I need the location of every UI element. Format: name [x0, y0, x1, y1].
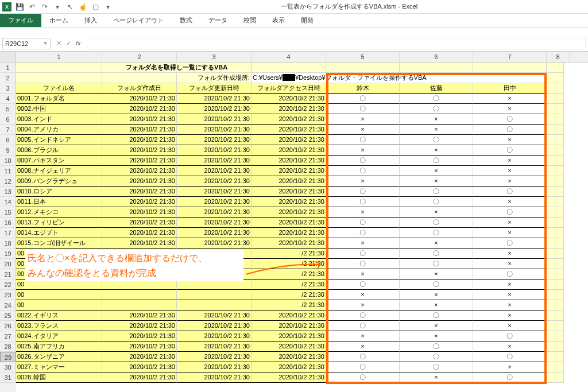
row-header[interactable]: 21 — [0, 269, 16, 280]
check-suzuki[interactable]: 〇 — [326, 104, 400, 114]
date-updated[interactable]: 2020/10/2 21:30 — [177, 145, 252, 156]
date-created[interactable]: 2020/10/2 21:30 — [102, 352, 177, 362]
date-updated[interactable]: 2020/10/2 21:30 — [177, 125, 252, 135]
check-tanaka[interactable]: 〇 — [473, 187, 547, 197]
check-tanaka[interactable]: × — [473, 290, 547, 300]
check-suzuki[interactable]: 〇 — [326, 218, 400, 228]
date-created[interactable] — [102, 290, 177, 300]
date-updated[interactable]: 2020/10/2 21:30 — [177, 341, 252, 352]
check-suzuki[interactable]: 〇 — [326, 321, 400, 331]
row-header[interactable]: 31 — [0, 372, 16, 383]
table-header[interactable]: フォルダ作成日 — [102, 83, 177, 94]
row-header[interactable]: 15 — [0, 207, 16, 218]
check-tanaka[interactable]: 〇 — [473, 372, 547, 383]
cell[interactable] — [547, 83, 564, 94]
check-tanaka[interactable]: × — [473, 259, 547, 269]
date-access[interactable]: 2020/10/2 21:30 — [252, 166, 326, 176]
check-sato[interactable]: × — [400, 300, 473, 311]
cell[interactable] — [102, 73, 177, 83]
file-name[interactable]: 0024.イタリア — [16, 331, 102, 341]
check-sato[interactable]: × — [400, 238, 473, 249]
tab-dev[interactable]: 開発 — [293, 14, 322, 27]
date-created[interactable]: 2020/10/2 21:30 — [102, 341, 177, 352]
fx-icon[interactable]: fx — [76, 40, 81, 47]
check-suzuki[interactable]: × — [326, 125, 400, 135]
check-suzuki[interactable]: 〇 — [326, 280, 400, 290]
date-updated[interactable] — [177, 290, 252, 300]
table-header[interactable]: 鈴木 — [326, 83, 400, 94]
file-name[interactable]: 0027.ミャンマー — [16, 362, 102, 372]
date-updated[interactable]: 2020/10/2 21:30 — [177, 156, 252, 166]
row-header[interactable]: 6 — [0, 114, 16, 125]
cell[interactable] — [326, 63, 400, 73]
date-access[interactable]: 2020/10/2 21:30 — [252, 197, 326, 207]
cell[interactable] — [547, 352, 564, 362]
date-access[interactable]: 2020/10/2 21:30 — [252, 311, 326, 321]
cell[interactable] — [547, 290, 564, 300]
row-header[interactable]: 26 — [0, 321, 16, 331]
check-tanaka[interactable]: 〇 — [473, 238, 547, 249]
date-access[interactable]: 2020/10/2 21:30 — [252, 218, 326, 228]
file-name[interactable]: 0002.中国 — [16, 104, 102, 114]
tab-formula[interactable]: 数式 — [172, 14, 200, 27]
check-sato[interactable]: 〇 — [400, 362, 473, 372]
date-updated[interactable]: 2020/10/2 21:30 — [177, 362, 252, 372]
check-tanaka[interactable]: 〇 — [473, 145, 547, 156]
check-tanaka[interactable]: × — [473, 321, 547, 331]
row-header[interactable]: 18 — [0, 238, 16, 249]
row-header[interactable]: 28 — [0, 341, 16, 352]
check-sato[interactable]: 〇 — [400, 156, 473, 166]
check-sato[interactable]: 〇 — [400, 228, 473, 238]
table-header[interactable]: 田中 — [473, 83, 547, 94]
col-header[interactable]: 2 — [102, 52, 177, 62]
date-created[interactable]: 2020/10/2 21:30 — [102, 94, 177, 104]
tab-view[interactable]: 表示 — [264, 14, 293, 27]
check-suzuki[interactable]: × — [326, 238, 400, 249]
date-access[interactable]: /2 21:30 — [252, 280, 326, 290]
date-created[interactable] — [102, 300, 177, 311]
file-name[interactable]: 00 — [16, 300, 102, 311]
cancel-icon[interactable]: ✕ — [56, 40, 61, 47]
cell[interactable] — [547, 125, 564, 135]
col-header[interactable]: 1 — [16, 52, 102, 62]
touch-icon[interactable]: ☝ — [78, 2, 87, 11]
check-tanaka[interactable]: 〇 — [473, 269, 547, 280]
date-access[interactable]: 2020/10/2 21:30 — [252, 187, 326, 197]
check-suzuki[interactable]: × — [326, 290, 400, 300]
check-sato[interactable]: × — [400, 145, 473, 156]
date-updated[interactable]: 2020/10/2 21:30 — [177, 331, 252, 341]
check-suzuki[interactable]: 〇 — [326, 311, 400, 321]
date-created[interactable]: 2020/10/2 21:30 — [102, 238, 177, 249]
date-updated[interactable]: 2020/10/2 21:30 — [177, 197, 252, 207]
check-suzuki[interactable]: 〇 — [326, 372, 400, 383]
location-path[interactable]: C:¥Users¥xxxx¥Desktop¥フォルダ・ファイルを操作するVBA — [252, 73, 547, 83]
file-name[interactable]: 0011.日本 — [16, 197, 102, 207]
date-access[interactable]: 2020/10/2 21:30 — [252, 104, 326, 114]
check-tanaka[interactable]: × — [473, 341, 547, 352]
cell[interactable] — [547, 331, 564, 341]
check-tanaka[interactable]: × — [473, 94, 547, 104]
cell[interactable] — [16, 73, 102, 83]
check-tanaka[interactable]: × — [473, 166, 547, 176]
name-box-dropdown-icon[interactable]: ▼ — [43, 41, 48, 46]
cell[interactable] — [547, 228, 564, 238]
check-tanaka[interactable]: × — [473, 197, 547, 207]
file-name[interactable]: 0014.エジプト — [16, 228, 102, 238]
date-created[interactable]: 2020/10/2 21:30 — [102, 362, 177, 372]
file-name[interactable]: 0006.ブラジル — [16, 145, 102, 156]
table-header[interactable]: フォルダアクセス日時 — [252, 83, 326, 94]
file-name[interactable]: 00 — [16, 290, 102, 300]
file-name[interactable]: 0009.バングラデシュ — [16, 176, 102, 187]
check-suzuki[interactable]: × — [326, 114, 400, 125]
tab-file[interactable]: ファイル — [0, 14, 41, 27]
check-sato[interactable]: × — [400, 372, 473, 383]
row-header[interactable]: 22 — [0, 280, 16, 290]
check-sato[interactable]: × — [400, 176, 473, 187]
check-suzuki[interactable]: × — [326, 176, 400, 187]
check-sato[interactable]: × — [400, 114, 473, 125]
cell[interactable] — [547, 166, 564, 176]
cell[interactable] — [547, 269, 564, 280]
col-header[interactable]: 6 — [400, 52, 473, 62]
date-updated[interactable]: 2020/10/2 21:30 — [177, 311, 252, 321]
date-access[interactable]: 2020/10/2 21:30 — [252, 352, 326, 362]
